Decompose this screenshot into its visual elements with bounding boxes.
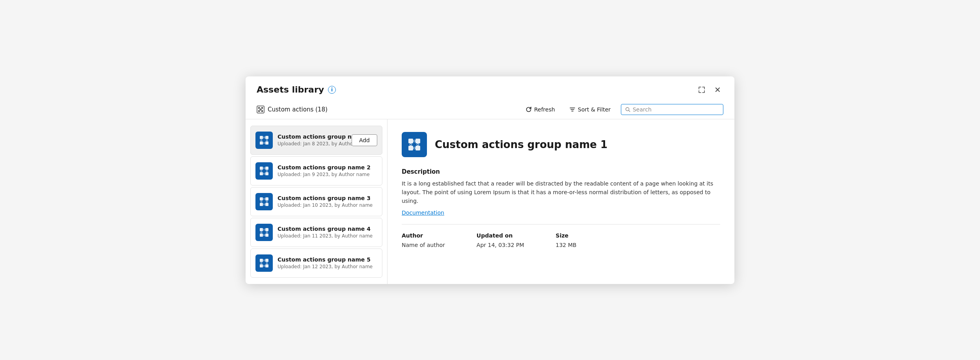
refresh-button[interactable]: Refresh (522, 104, 559, 115)
toolbar: Custom actions (18) Refresh Sort & Filte… (246, 100, 734, 119)
updated-value: Apr 14, 03:32 PM (477, 242, 524, 248)
svg-rect-47 (415, 139, 420, 143)
svg-rect-41 (265, 264, 268, 267)
detail-description-text: It is a long established fact that a rea… (402, 179, 720, 206)
svg-point-29 (266, 201, 268, 202)
svg-rect-7 (265, 136, 268, 139)
item-text: Custom actions group name 2 Uploaded: Ja… (278, 164, 377, 177)
svg-rect-8 (260, 141, 263, 145)
item-title: Custom actions group name 3 (278, 195, 377, 201)
svg-point-52 (414, 147, 415, 149)
author-label: Author (402, 232, 445, 239)
svg-point-43 (261, 262, 262, 264)
svg-point-42 (263, 260, 265, 261)
item-text: Custom actions group name 4 Uploaded: Ja… (278, 226, 377, 239)
list-item[interactable]: Custom actions group name 5 Uploaded: Ja… (250, 249, 382, 278)
item-icon (255, 254, 273, 272)
item-puzzle-icon (259, 258, 269, 268)
svg-point-36 (263, 234, 265, 236)
svg-rect-38 (260, 259, 263, 262)
svg-point-26 (263, 198, 265, 200)
refresh-label: Refresh (534, 106, 555, 113)
svg-rect-48 (408, 146, 413, 150)
svg-rect-3 (258, 110, 260, 112)
add-button[interactable]: Add (352, 134, 377, 146)
item-puzzle-icon (259, 166, 269, 176)
sort-filter-button[interactable]: Sort & Filter (565, 104, 615, 115)
svg-rect-30 (260, 228, 263, 231)
svg-point-44 (263, 265, 265, 267)
item-subtitle: Uploaded: Jan 11 2023, by Author name (278, 233, 377, 239)
expand-icon (699, 87, 705, 93)
svg-rect-15 (265, 167, 268, 170)
expand-button[interactable] (696, 85, 707, 95)
svg-rect-22 (260, 197, 263, 200)
svg-point-28 (263, 204, 265, 205)
svg-rect-4 (261, 110, 263, 112)
list-item[interactable]: Custom actions group name 3 Uploaded: Ja… (250, 187, 382, 216)
svg-point-10 (263, 137, 265, 138)
svg-rect-32 (260, 234, 263, 237)
size-label: Size (556, 232, 577, 239)
list-item[interactable]: Custom actions group name 4 Uploaded: Ja… (250, 218, 382, 247)
svg-rect-39 (265, 259, 268, 262)
svg-point-37 (266, 232, 268, 233)
list-item[interactable]: Custom actions group name 1 Uploaded: Ja… (250, 126, 382, 155)
svg-rect-1 (258, 107, 260, 109)
item-puzzle-icon (259, 135, 269, 145)
item-icon (255, 132, 273, 149)
modal-title-area: Assets library i (257, 85, 336, 95)
detail-meta: Author Name of author Updated on Apr 14,… (402, 232, 720, 248)
sort-filter-label: Sort & Filter (578, 106, 611, 113)
close-button[interactable]: ✕ (712, 84, 723, 95)
toolbar-left: Custom actions (18) (257, 106, 328, 113)
svg-rect-25 (265, 203, 268, 206)
svg-rect-16 (260, 172, 263, 175)
custom-actions-label: Custom actions (18) (268, 106, 328, 113)
svg-point-51 (410, 143, 412, 145)
meta-updated: Updated on Apr 14, 03:32 PM (477, 232, 524, 248)
list-item[interactable]: Custom actions group name 2 Uploaded: Ja… (250, 156, 382, 186)
svg-point-12 (263, 142, 265, 144)
svg-point-50 (414, 140, 415, 142)
author-value: Name of author (402, 242, 445, 248)
content-area: Custom actions group name 1 Uploaded: Ja… (246, 119, 734, 284)
documentation-link[interactable]: Documentation (402, 210, 444, 216)
item-puzzle-icon (259, 197, 269, 207)
meta-author: Author Name of author (402, 232, 445, 248)
svg-point-11 (261, 139, 262, 141)
item-puzzle-icon (259, 227, 269, 238)
detail-icon (402, 132, 427, 157)
item-icon (255, 193, 273, 210)
svg-rect-46 (408, 139, 413, 143)
refresh-icon (525, 106, 532, 113)
svg-point-19 (261, 170, 262, 172)
item-icon (255, 162, 273, 180)
item-icon (255, 224, 273, 241)
detail-puzzle-icon (407, 137, 422, 152)
svg-point-18 (263, 167, 265, 169)
svg-point-13 (266, 139, 268, 141)
search-input[interactable] (633, 106, 719, 113)
custom-actions-icon (257, 106, 265, 113)
svg-rect-14 (260, 167, 263, 170)
svg-rect-9 (265, 141, 268, 145)
svg-point-21 (266, 170, 268, 172)
item-subtitle: Uploaded: Jan 12 2023, by Author name (278, 264, 377, 269)
modal-header: Assets library i ✕ (246, 76, 734, 100)
search-box (621, 104, 723, 115)
info-icon[interactable]: i (328, 86, 336, 94)
svg-rect-23 (265, 197, 268, 200)
assets-library-modal: Assets library i ✕ (246, 76, 734, 284)
svg-rect-33 (265, 234, 268, 237)
svg-rect-49 (415, 146, 420, 150)
item-title: Custom actions group name 5 (278, 256, 377, 263)
svg-point-53 (417, 143, 419, 145)
svg-rect-6 (260, 136, 263, 139)
svg-point-34 (263, 229, 265, 230)
svg-point-20 (263, 173, 265, 174)
meta-size: Size 132 MB (556, 232, 577, 248)
item-subtitle: Uploaded: Jan 9 2023, by Author name (278, 172, 377, 177)
item-title: Custom actions group name 2 (278, 164, 377, 171)
detail-title: Custom actions group name 1 (435, 139, 607, 150)
